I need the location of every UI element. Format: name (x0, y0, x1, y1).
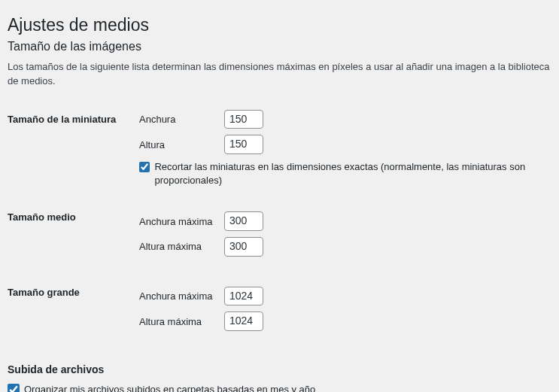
medium-width-input[interactable] (224, 211, 263, 231)
medium-heading: Tamaño medio (8, 195, 139, 269)
thumbnail-heading: Tamaño de la miniatura (8, 102, 139, 196)
page-subtitle: Tamaño de las imágenes (8, 40, 551, 53)
thumbnail-crop-checkbox[interactable] (139, 161, 150, 173)
medium-height-label: Altura máxima (139, 241, 224, 252)
large-height-label: Altura máxima (139, 316, 224, 327)
large-width-label: Anchura máxima (139, 290, 224, 302)
thumbnail-width-label: Anchura (139, 114, 224, 125)
medium-height-input[interactable] (224, 237, 263, 257)
thumbnail-height-label: Altura (139, 139, 224, 150)
large-heading: Tamaño grande (8, 270, 139, 345)
organize-uploads-checkbox[interactable] (8, 384, 20, 392)
thumbnail-crop-label: Recortar las miniaturas en las dimension… (154, 160, 551, 187)
page-title: Ajustes de medios (8, 8, 551, 40)
thumbnail-width-input[interactable] (224, 110, 263, 129)
page-description: Los tamaños de la siguiente lista determ… (8, 59, 551, 89)
thumbnail-height-input[interactable] (224, 135, 263, 154)
uploads-heading: Subida de archivos (8, 363, 551, 375)
large-height-input[interactable] (224, 311, 263, 331)
organize-uploads-label: Organizar mis archivos subidos en carpet… (24, 384, 315, 392)
medium-width-label: Anchura máxima (139, 216, 224, 227)
large-width-input[interactable] (224, 287, 263, 306)
